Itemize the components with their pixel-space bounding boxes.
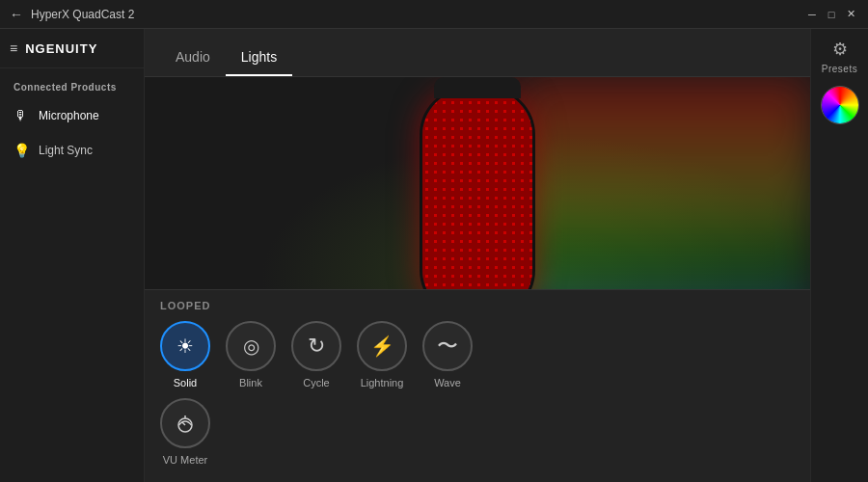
sidebar: ≡ NGENUITY Connected Products 🎙 Micropho… (0, 29, 145, 482)
back-button[interactable]: ← (10, 7, 23, 22)
svg-line-2 (182, 422, 185, 425)
effect-blink[interactable]: ◎ Blink (226, 321, 276, 388)
window-title: HyperX QuadCast 2 (31, 8, 134, 21)
sidebar-item-microphone-label: Microphone (39, 109, 99, 122)
effect-cycle[interactable]: ↻ Cycle (291, 321, 341, 388)
presets-gear-icon: ⚙ (832, 39, 848, 60)
main-layout: ≡ NGENUITY Connected Products 🎙 Micropho… (0, 29, 868, 482)
tab-lights[interactable]: Lights (226, 40, 292, 76)
presets-rainbow-gradient (822, 87, 858, 123)
sidebar-item-light-sync[interactable]: 💡 Light Sync (0, 133, 144, 168)
close-button[interactable]: ✕ (843, 7, 858, 22)
microphone-icon: 🎙 (14, 108, 29, 123)
effect-vu-meter[interactable]: VU Meter (160, 398, 210, 466)
light-sync-icon: 💡 (14, 143, 29, 158)
looped-label: LOOPED (160, 300, 795, 311)
bottom-panel: LOOPED ☀ Solid ◎ Blink ↻ Cycle (145, 289, 810, 482)
effect-wave[interactable]: 〜 Wave (422, 321, 473, 388)
mic-grid-pattern (422, 90, 532, 315)
presets-button[interactable]: ⚙ Presets (821, 39, 859, 124)
effects-row: ☀ Solid ◎ Blink ↻ Cycle ⚡ (160, 321, 795, 388)
title-bar: ← HyperX QuadCast 2 ─ □ ✕ (0, 0, 868, 29)
wave-label: Wave (434, 377, 461, 388)
hamburger-icon[interactable]: ≡ (10, 40, 17, 56)
mic-body (420, 87, 535, 318)
lightning-label: Lightning (361, 377, 404, 388)
sidebar-item-light-sync-label: Light Sync (39, 144, 93, 157)
sidebar-section-title: Connected Products (0, 68, 144, 98)
presets-color-wheel (821, 86, 859, 124)
minimize-button[interactable]: ─ (804, 7, 820, 22)
solid-label: Solid (174, 377, 197, 388)
solid-icon: ☀ (160, 321, 210, 371)
mic-top-cap (434, 77, 521, 98)
presets-panel: ⚙ Presets (810, 29, 868, 482)
vu-meter-label: VU Meter (163, 454, 207, 466)
wave-icon: 〜 (422, 321, 473, 371)
effect-lightning[interactable]: ⚡ Lightning (357, 321, 407, 388)
cycle-label: Cycle (303, 377, 330, 388)
extra-effects-row: VU Meter (160, 398, 795, 466)
maximize-button[interactable]: □ (824, 7, 839, 22)
blink-label: Blink (239, 377, 262, 388)
microphone-visual (420, 87, 535, 318)
window-controls: ─ □ ✕ (804, 7, 858, 22)
vu-meter-icon (160, 398, 210, 448)
content-area: Audio Lights LOOPED (145, 29, 810, 482)
logo-text: NGENUITY (25, 41, 97, 56)
tab-audio[interactable]: Audio (160, 40, 226, 76)
sidebar-item-microphone[interactable]: 🎙 Microphone (0, 98, 144, 133)
effect-solid[interactable]: ☀ Solid (160, 321, 210, 388)
lightning-icon: ⚡ (357, 321, 407, 371)
tab-bar: Audio Lights (145, 29, 810, 77)
blink-icon: ◎ (226, 321, 276, 371)
sidebar-header: ≡ NGENUITY (0, 29, 144, 68)
presets-label: Presets (822, 64, 857, 74)
cycle-icon: ↻ (291, 321, 341, 371)
hero-area: LOOPED ☀ Solid ◎ Blink ↻ Cycle (145, 77, 810, 482)
